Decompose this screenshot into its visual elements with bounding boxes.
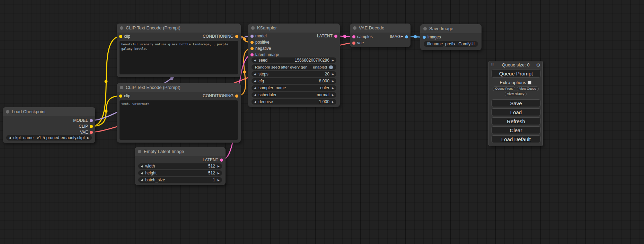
increment-arrow-icon[interactable]: ▶ xyxy=(332,80,334,83)
latent-image-input-slot[interactable]: latent_image xyxy=(250,52,279,57)
node-vae-decode[interactable]: VAE Decode samples IMAGE vae xyxy=(350,24,411,47)
latent-output-port[interactable] xyxy=(220,159,223,162)
ksampler-title-bar[interactable]: KSampler xyxy=(248,24,340,33)
load-default-button[interactable]: Load Default xyxy=(491,135,541,143)
save-image-title-bar[interactable]: Save Image xyxy=(420,24,482,33)
vae-input-port[interactable] xyxy=(352,42,355,45)
collapse-dot-icon[interactable] xyxy=(6,110,9,114)
collapse-dot-icon[interactable] xyxy=(120,86,123,89)
load-button[interactable]: Load xyxy=(491,108,541,116)
collapse-dot-icon[interactable] xyxy=(120,26,123,30)
node-clip-text-encode-negative[interactable]: CLIP Text Encode (Prompt) clip CONDITION… xyxy=(117,83,241,143)
node-save-image[interactable]: Save Image images filename_prefix ComfyU… xyxy=(420,24,482,50)
decrement-arrow-icon[interactable]: ◀ xyxy=(254,59,256,62)
negative-input-port[interactable] xyxy=(250,47,254,50)
drag-handle-icon[interactable]: ⠿ xyxy=(491,61,494,69)
save-button[interactable]: Save xyxy=(491,99,541,107)
negative-prompt-textarea[interactable]: text, watermark xyxy=(120,100,238,140)
increment-arrow-icon[interactable]: ▶ xyxy=(87,136,89,139)
samples-input-slot[interactable]: samples xyxy=(352,34,373,39)
refresh-button[interactable]: Refresh xyxy=(491,117,541,125)
decrement-arrow-icon[interactable]: ◀ xyxy=(141,179,143,182)
increment-arrow-icon[interactable]: ▶ xyxy=(218,179,220,182)
clip-input-slot[interactable]: clip xyxy=(119,34,130,39)
decrement-arrow-icon[interactable]: ◀ xyxy=(254,80,256,83)
queue-prompt-button[interactable]: Queue Prompt xyxy=(491,70,541,78)
collapse-dot-icon[interactable] xyxy=(353,26,356,30)
widget-value[interactable]: 8.000 xyxy=(319,79,329,83)
node-empty-latent-image[interactable]: Empty Latent Image LATENT ◀ width 512 ▶ … xyxy=(135,147,226,185)
collapse-dot-icon[interactable] xyxy=(251,26,255,30)
scheduler-widget[interactable]: ◀ scheduler normal ▶ xyxy=(252,92,336,98)
empty-latent-title-bar[interactable]: Empty Latent Image xyxy=(135,147,226,156)
batch-size-widget[interactable]: ◀ batch_size 1 ▶ xyxy=(138,177,222,183)
extra-options-checkbox[interactable] xyxy=(528,81,531,84)
clear-button[interactable]: Clear xyxy=(491,126,541,134)
increment-arrow-icon[interactable]: ▶ xyxy=(218,172,220,175)
clip-output-slot[interactable]: CLIP xyxy=(79,124,93,129)
height-widget[interactable]: ◀ height 512 ▶ xyxy=(138,170,222,176)
cfg-widget[interactable]: ◀ cfg 8.000 ▶ xyxy=(252,78,336,84)
collapse-dot-icon[interactable] xyxy=(423,27,427,30)
node-ksampler[interactable]: KSampler model LATENT positive negative … xyxy=(248,24,340,107)
node-graph-canvas[interactable]: Load Checkpoint MODEL CLIP VAE ◀ ckpt_na… xyxy=(0,0,644,244)
positive-prompt-textarea[interactable]: beautiful scenery nature glass bottle la… xyxy=(120,41,238,74)
widget-value[interactable]: v1-5-pruned-emaonly.ckpt xyxy=(37,135,85,140)
conditioning-output-slot[interactable]: CONDITIONING xyxy=(203,93,238,99)
clip-input-port[interactable] xyxy=(119,94,122,98)
view-history-button[interactable]: View History xyxy=(505,92,527,96)
node-load-checkpoint[interactable]: Load Checkpoint MODEL CLIP VAE ◀ ckpt_na… xyxy=(3,107,95,143)
images-input-slot[interactable]: images xyxy=(423,34,441,40)
model-output-port[interactable] xyxy=(90,119,93,122)
widget-value[interactable]: 512 xyxy=(208,171,215,175)
load-checkpoint-title-bar[interactable]: Load Checkpoint xyxy=(3,107,95,116)
filename-prefix-widget[interactable]: filename_prefix ComfyUI xyxy=(424,41,478,47)
clip-encode-title-bar[interactable]: CLIP Text Encode (Prompt) xyxy=(117,83,241,92)
vae-input-slot[interactable]: vae xyxy=(352,40,364,46)
view-queue-button[interactable]: View Queue xyxy=(517,87,539,91)
width-widget[interactable]: ◀ width 512 ▶ xyxy=(138,163,222,169)
widget-value[interactable]: 20 xyxy=(325,72,329,76)
positive-input-slot[interactable]: positive xyxy=(250,39,270,45)
samples-input-port[interactable] xyxy=(352,35,355,38)
latent-output-slot[interactable]: LATENT xyxy=(317,33,337,39)
increment-arrow-icon[interactable]: ▶ xyxy=(332,59,334,62)
seed-widget[interactable]: ◀ seed 156680208700286 ▶ xyxy=(252,57,336,63)
model-input-port[interactable] xyxy=(250,35,254,38)
clip-input-port[interactable] xyxy=(119,35,122,38)
steps-widget[interactable]: ◀ steps 20 ▶ xyxy=(252,71,336,77)
negative-input-slot[interactable]: negative xyxy=(250,46,271,51)
increment-arrow-icon[interactable]: ▶ xyxy=(332,100,334,103)
widget-value[interactable]: euler xyxy=(320,85,329,90)
widget-value[interactable]: ComfyUI xyxy=(458,42,475,46)
increment-arrow-icon[interactable]: ▶ xyxy=(332,93,334,97)
decrement-arrow-icon[interactable]: ◀ xyxy=(254,73,256,76)
image-output-slot[interactable]: IMAGE xyxy=(390,34,408,39)
latent-image-input-port[interactable] xyxy=(250,53,254,56)
decrement-arrow-icon[interactable]: ◀ xyxy=(254,93,256,97)
random-seed-widget[interactable]: Random seed after every gen enabled xyxy=(252,64,336,70)
decrement-arrow-icon[interactable]: ◀ xyxy=(141,165,143,168)
images-input-port[interactable] xyxy=(423,36,426,39)
toggle-dot-icon[interactable] xyxy=(329,65,333,69)
clip-encode-title-bar[interactable]: CLIP Text Encode (Prompt) xyxy=(117,24,241,33)
latent-output-port[interactable] xyxy=(334,35,337,38)
node-clip-text-encode-positive[interactable]: CLIP Text Encode (Prompt) clip CONDITION… xyxy=(117,24,241,77)
clip-output-port[interactable] xyxy=(90,125,93,128)
denoise-widget[interactable]: ◀ denoise 1.000 ▶ xyxy=(252,99,336,105)
sampler-name-widget[interactable]: ◀ sampler_name euler ▶ xyxy=(252,85,336,91)
increment-arrow-icon[interactable]: ▶ xyxy=(332,87,334,90)
decrement-arrow-icon[interactable]: ◀ xyxy=(141,172,143,175)
widget-value[interactable]: 1.000 xyxy=(319,99,329,104)
ckpt-name-widget[interactable]: ◀ ckpt_name v1-5-pruned-emaonly.ckpt ▶ xyxy=(6,135,92,141)
image-output-port[interactable] xyxy=(405,35,408,38)
latent-output-slot[interactable]: LATENT xyxy=(203,157,223,163)
model-input-slot[interactable]: model xyxy=(250,33,267,39)
vae-decode-title-bar[interactable]: VAE Decode xyxy=(350,24,411,33)
decrement-arrow-icon[interactable]: ◀ xyxy=(254,87,256,90)
clip-input-slot[interactable]: clip xyxy=(119,93,130,99)
model-output-slot[interactable]: MODEL xyxy=(73,118,93,123)
increment-arrow-icon[interactable]: ▶ xyxy=(332,73,334,76)
conditioning-output-port[interactable] xyxy=(235,35,238,38)
vae-output-slot[interactable]: VAE xyxy=(80,129,93,135)
